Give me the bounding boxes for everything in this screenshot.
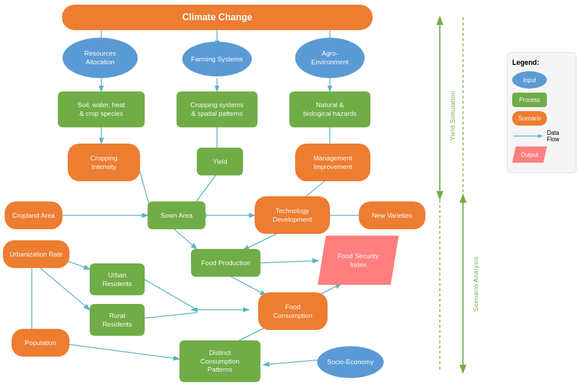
cropland-area-node: Cropland Area (5, 201, 63, 229)
urban-residents-node: Urban Residents (90, 263, 145, 295)
agro-environment-node: Agro- Environment (295, 38, 365, 78)
sown-area-node: Sown Area (148, 201, 205, 229)
svg-line-29 (35, 263, 90, 310)
legend-output: Output (512, 146, 571, 163)
svg-line-32 (142, 278, 197, 310)
legend-process-shape: Process (512, 93, 547, 107)
technology-development-node: Technology Development (255, 196, 330, 234)
legend-dataflow-label: Data Flow (547, 130, 559, 142)
svg-line-34 (142, 313, 197, 318)
resources-allocation-node: Resources Allocation (63, 38, 138, 78)
yield-simulation-label: Yield Simulation (449, 32, 456, 200)
legend-output-shape: Output (512, 146, 547, 163)
food-production-node: Food Production (191, 249, 260, 277)
legend-scenario-shape: Scenario (512, 111, 547, 126)
legend-scenario: Scenario (512, 111, 571, 126)
svg-line-36 (69, 344, 179, 359)
management-improvement-node: Management Improvement (295, 144, 370, 181)
svg-line-24 (174, 229, 197, 249)
legend-dataflow-shape (512, 130, 547, 142)
rural-residents-node: Rural Residents (90, 304, 145, 336)
legend-title: Legend: (512, 58, 571, 67)
yield-node: Yield (197, 148, 243, 175)
scenario-analysis-label: Scenario Analysis (472, 203, 479, 365)
new-varieties-node: New Varieties (359, 201, 425, 229)
population-node: Population (12, 329, 69, 357)
food-consumption-node: Food Consumption (258, 292, 328, 330)
diagram-container: Climate Change Resources Allocation Farm… (0, 0, 588, 385)
distinct-consumption-node: Distinct Consumption Patterns (179, 340, 260, 382)
legend-dataflow: Data Flow (512, 130, 571, 142)
urbanization-rate-node: Urbanization Rate (3, 240, 69, 268)
socio-economy-node: Socio-Economy (317, 346, 384, 378)
legend-process: Process (512, 93, 571, 107)
legend-box: Legend: Input Process Scenario (507, 52, 576, 173)
climate-change-node: Climate Change (62, 5, 373, 30)
legend-input-shape: Input (512, 71, 547, 89)
food-security-index-node: Food Security Index (318, 236, 399, 285)
farming-systems-node: Farming Systems (182, 42, 252, 76)
legend-input: Input (512, 71, 571, 89)
natural-biological-node: Natural & biological hazards (289, 91, 370, 127)
soil-water-node: Soil, water, heat & crop species (58, 91, 145, 127)
cropping-intensity-node: Cropping Intensity (68, 144, 140, 181)
cropping-systems-node: Cropping systems & spatial patterns (177, 91, 258, 127)
